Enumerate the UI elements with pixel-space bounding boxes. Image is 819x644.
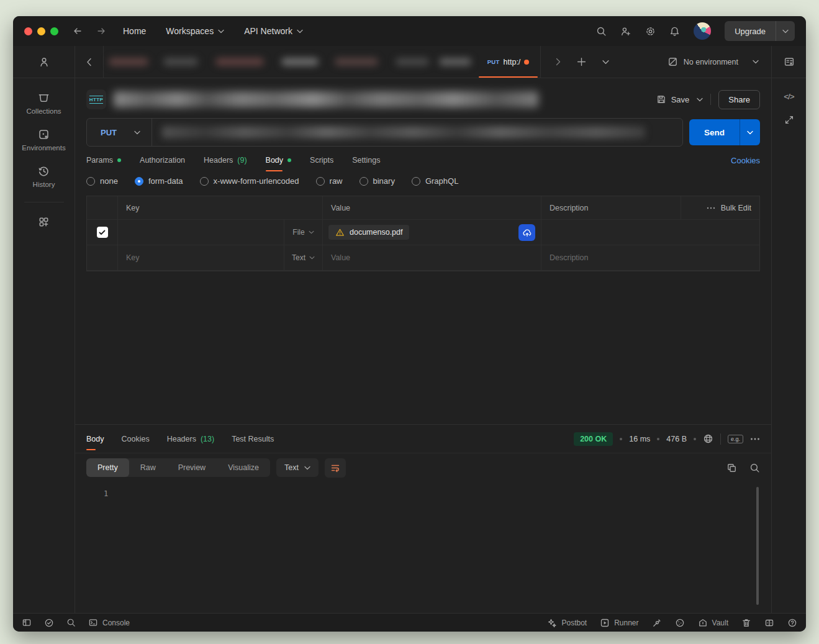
row-checkbox-cell[interactable] — [87, 245, 118, 271]
minimize-window-button[interactable] — [37, 27, 45, 35]
more-options-icon[interactable] — [750, 438, 760, 440]
help-button[interactable] — [787, 618, 797, 628]
tab-body[interactable]: Body — [266, 147, 292, 174]
radio-raw[interactable]: raw — [316, 176, 343, 186]
radio-form-data[interactable]: form-data — [135, 176, 183, 186]
vault-button[interactable]: Vault — [698, 618, 728, 628]
tabs-scroll-right-button[interactable] — [556, 58, 561, 66]
nav-home[interactable]: Home — [123, 26, 146, 36]
format-label: Text — [284, 463, 299, 472]
postbot-button[interactable]: Postbot — [547, 618, 587, 628]
new-tab-plus-icon[interactable] — [577, 57, 586, 66]
code-snippet-icon[interactable]: </> — [784, 92, 794, 101]
row-checkbox[interactable] — [97, 227, 108, 238]
save-as-example-icon[interactable]: e.g. — [728, 435, 743, 443]
status-check-button[interactable] — [44, 618, 54, 628]
capture-requests-button[interactable] — [652, 618, 662, 628]
profile-icon[interactable] — [38, 57, 50, 68]
radio-x-www-form-urlencoded[interactable]: x-www-form-urlencoded — [200, 176, 299, 186]
upgrade-chevron-icon[interactable] — [776, 21, 795, 41]
blurred-url-input[interactable] — [162, 126, 645, 138]
settings-gear-icon[interactable] — [645, 26, 656, 37]
tab-options-chevron-icon[interactable] — [602, 60, 609, 65]
view-pretty[interactable]: Pretty — [86, 458, 129, 477]
collapse-expand-icon[interactable] — [784, 115, 794, 125]
notifications-bell-icon[interactable] — [669, 26, 680, 37]
response-tab-cookies[interactable]: Cookies — [122, 425, 150, 453]
wrap-lines-button[interactable] — [325, 458, 346, 478]
blurred-request-tabs[interactable] — [104, 46, 476, 78]
method-selector[interactable]: PUT — [87, 119, 152, 146]
toggle-sidebar-button[interactable] — [22, 618, 32, 627]
network-globe-icon[interactable] — [703, 433, 713, 444]
description-input-cell[interactable]: Description — [541, 245, 759, 271]
back-icon[interactable] — [72, 26, 83, 36]
nav-workspaces[interactable]: Workspaces — [166, 26, 224, 36]
environment-selector[interactable]: No environment — [667, 46, 771, 78]
tab-authorization[interactable]: Authorization — [140, 147, 185, 174]
upgrade-button[interactable]: Upgrade — [725, 21, 795, 41]
description-input-cell[interactable] — [541, 220, 759, 245]
view-preview[interactable]: Preview — [167, 458, 217, 477]
environment-quick-look-icon[interactable] — [784, 57, 795, 67]
vertical-scrollbar[interactable] — [756, 487, 759, 605]
upload-file-button[interactable] — [518, 224, 535, 241]
send-button[interactable]: Send — [689, 119, 760, 145]
response-format-selector[interactable]: Text — [276, 458, 319, 477]
tab-params[interactable]: Params — [86, 147, 121, 174]
zoom-window-button[interactable] — [50, 27, 58, 35]
radio-binary[interactable]: binary — [360, 176, 395, 186]
response-body-viewer[interactable]: 1 — [75, 482, 771, 613]
trash-button[interactable] — [741, 618, 751, 628]
tab-scripts[interactable]: Scripts — [310, 147, 333, 174]
radio-none[interactable]: none — [86, 176, 118, 186]
response-tab-test-results[interactable]: Test Results — [232, 425, 274, 453]
key-input-cell[interactable]: Key — [118, 245, 284, 271]
share-button[interactable]: Share — [718, 90, 760, 109]
user-avatar[interactable] — [694, 22, 711, 40]
cookies-link[interactable]: Cookies — [731, 156, 760, 165]
value-input-cell[interactable]: Value — [323, 245, 541, 271]
postbot-label: Postbot — [561, 619, 587, 627]
response-size[interactable]: 476 B — [666, 435, 687, 443]
view-visualize[interactable]: Visualize — [217, 458, 270, 477]
sidebar-item-collections[interactable]: Collections — [26, 92, 61, 115]
runner-button[interactable]: Runner — [600, 618, 638, 628]
tab-settings[interactable]: Settings — [352, 147, 380, 174]
close-window-button[interactable] — [24, 27, 32, 35]
sidebar-configure-tools-button[interactable] — [38, 216, 50, 228]
forward-icon[interactable] — [96, 26, 107, 36]
value-type-selector[interactable]: Text — [284, 245, 323, 271]
cookies-button[interactable] — [675, 618, 685, 628]
invite-user-icon[interactable] — [620, 26, 631, 37]
blurred-request-name[interactable] — [114, 91, 538, 107]
response-time[interactable]: 16 ms — [629, 435, 650, 443]
view-raw[interactable]: Raw — [129, 458, 167, 477]
key-column-header: Key — [118, 196, 323, 220]
value-type-selector[interactable]: File — [284, 220, 323, 245]
search-icon[interactable] — [596, 26, 607, 37]
find-button[interactable] — [66, 618, 76, 627]
nav-api-network[interactable]: API Network — [244, 26, 303, 36]
key-input-cell[interactable] — [118, 220, 284, 245]
send-options-chevron-icon[interactable] — [740, 119, 760, 145]
url-bar: PUT — [86, 118, 683, 147]
console-button[interactable]: Console — [88, 618, 130, 627]
tabs-scroll-left-button[interactable] — [75, 46, 104, 78]
save-button[interactable]: Save — [656, 94, 690, 104]
sidebar-item-history[interactable]: History — [33, 165, 55, 188]
copy-icon[interactable] — [726, 463, 737, 473]
tab-headers[interactable]: Headers(9) — [204, 147, 247, 174]
bulk-edit-button[interactable]: Bulk Edit — [681, 196, 759, 220]
response-tab-body[interactable]: Body — [86, 425, 104, 453]
sidebar-item-environments[interactable]: Environments — [22, 129, 65, 152]
search-response-icon[interactable] — [749, 463, 760, 473]
two-pane-view-button[interactable] — [764, 618, 774, 628]
active-request-tab[interactable]: PUT http:/ — [476, 46, 541, 78]
radio-graphql[interactable]: GraphQL — [412, 176, 458, 186]
http-badge-label: HTTP — [89, 96, 104, 104]
selected-file-chip[interactable]: documenso.pdf — [328, 225, 409, 240]
status-badge[interactable]: 200 OK — [574, 432, 613, 446]
response-tab-headers[interactable]: Headers(13) — [167, 425, 214, 453]
save-options-chevron-icon[interactable] — [697, 98, 703, 102]
